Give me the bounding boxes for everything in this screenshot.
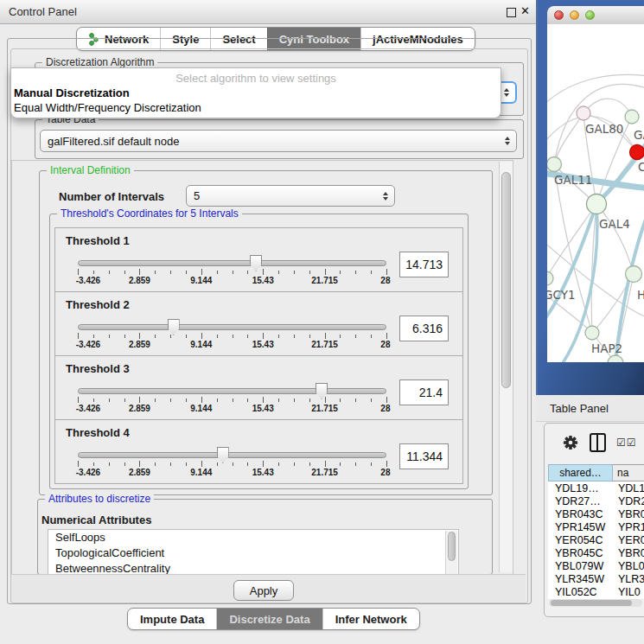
tick bbox=[201, 397, 202, 403]
cell-shared-name[interactable]: YBR043C bbox=[548, 508, 613, 520]
table-panel-title: Table Panel bbox=[550, 402, 609, 415]
cell-name[interactable]: YER0 bbox=[613, 534, 644, 546]
network-node-ga[interactable] bbox=[625, 110, 639, 124]
tab-infer-network[interactable]: Infer Network bbox=[322, 609, 419, 629]
cell-name[interactable]: YPR1 bbox=[613, 521, 644, 533]
table-row[interactable]: YPR145WYPR1 bbox=[548, 520, 644, 533]
vertical-scrollbar[interactable] bbox=[499, 162, 513, 572]
cell-shared-name[interactable]: YDL19… bbox=[548, 482, 613, 494]
network-edge-highlighted[interactable] bbox=[547, 204, 596, 322]
table-data-combobox[interactable]: galFiltered.sif default node bbox=[40, 130, 517, 152]
cell-name[interactable]: YBR0 bbox=[613, 547, 644, 559]
network-node-gal11[interactable] bbox=[547, 157, 562, 172]
cell-name[interactable]: YBR0 bbox=[613, 508, 644, 520]
tick bbox=[139, 333, 140, 339]
network-edge[interactable] bbox=[596, 204, 634, 274]
network-node-c[interactable] bbox=[630, 145, 644, 160]
table-panel-toolbar: ☑☑ bbox=[545, 424, 644, 462]
network-node-gal4[interactable] bbox=[587, 194, 607, 214]
gear-icon[interactable] bbox=[563, 435, 578, 450]
popup-item-manual-discretization[interactable]: Manual Discretization bbox=[14, 86, 130, 99]
tick bbox=[78, 397, 79, 403]
tab-impute-data[interactable]: Impute Data bbox=[128, 609, 216, 629]
threshold-slider-track[interactable] bbox=[78, 388, 386, 394]
network-node-gcy1[interactable] bbox=[547, 271, 553, 285]
table-row[interactable]: YLR345WYLR3 bbox=[548, 573, 644, 586]
tick bbox=[139, 269, 140, 275]
tick bbox=[78, 269, 79, 275]
network-node-label: C bbox=[638, 160, 644, 174]
thresholds-group-title: Threshold's Coordinates for 5 Intervals bbox=[57, 207, 242, 220]
horizontal-scrollbar[interactable] bbox=[549, 599, 642, 607]
tick bbox=[386, 269, 387, 275]
window-zoom-icon[interactable] bbox=[585, 10, 595, 20]
network-node-label: H bbox=[637, 288, 644, 302]
attributes-list-scrollbar[interactable] bbox=[445, 531, 457, 574]
tick bbox=[139, 397, 140, 403]
attributes-list[interactable]: SelfLoopsTopologicalCoefficientBetweenne… bbox=[48, 529, 459, 576]
tick bbox=[93, 335, 94, 338]
table-row[interactable]: YER054CYER0 bbox=[548, 533, 644, 546]
table-row[interactable]: YBR043CYBR0 bbox=[548, 507, 644, 520]
apply-button[interactable]: Apply bbox=[233, 580, 294, 601]
attribute-item-selfloops[interactable]: SelfLoops bbox=[48, 530, 458, 545]
network-window-titlebar[interactable] bbox=[547, 6, 644, 25]
threshold-slider-track[interactable] bbox=[78, 260, 386, 266]
table-row[interactable]: YBL079WYBL0 bbox=[548, 560, 644, 573]
table-row[interactable]: YDR27…YDR2 bbox=[548, 494, 644, 507]
cell-name[interactable]: YDR2 bbox=[613, 495, 644, 507]
popup-item-equal-width-frequency[interactable]: Equal Width/Frequency Discretization bbox=[14, 101, 201, 114]
float-icon[interactable] bbox=[507, 8, 516, 17]
cell-name[interactable]: YDL1 bbox=[613, 482, 644, 494]
window-close-icon[interactable] bbox=[554, 10, 564, 20]
slider-tick-labels: -3.4262.8599.14415.4321.71528 bbox=[78, 404, 386, 414]
threshold-label: Threshold 2 bbox=[66, 298, 130, 311]
tick-label: 21.715 bbox=[311, 276, 338, 285]
table-row[interactable]: YDL19…YDL1 bbox=[548, 481, 644, 494]
network-edge-highlighted[interactable] bbox=[615, 210, 644, 362]
table-row[interactable]: YBR045CYBR0 bbox=[548, 546, 644, 559]
network-canvas[interactable]: GAL80GACGAL11GAL4GCY1HHAP2 bbox=[547, 24, 644, 362]
tab-discretize-data[interactable]: Discretize Data bbox=[216, 609, 322, 629]
threshold-value-field[interactable]: 6.316 bbox=[399, 316, 449, 341]
threshold-slider-track[interactable] bbox=[78, 324, 386, 330]
column-header-2[interactable]: na bbox=[613, 464, 644, 481]
column-header-1[interactable]: shared… bbox=[548, 464, 613, 481]
cell-shared-name[interactable]: YBR045C bbox=[548, 547, 613, 559]
tick bbox=[217, 399, 218, 402]
tick bbox=[217, 271, 218, 274]
cell-shared-name[interactable]: YIL052C bbox=[548, 586, 613, 598]
tick bbox=[325, 461, 326, 467]
attribute-item-topologicalcoefficient[interactable]: TopologicalCoefficient bbox=[48, 545, 458, 561]
threshold-value-field[interactable]: 14.713 bbox=[399, 252, 449, 277]
tick bbox=[78, 333, 79, 339]
tick bbox=[278, 462, 279, 466]
cell-shared-name[interactable]: YDR27… bbox=[548, 495, 613, 507]
cell-shared-name[interactable]: YLR345W bbox=[548, 573, 613, 585]
cell-shared-name[interactable]: YER054C bbox=[548, 534, 613, 546]
close-icon[interactable]: ✕ bbox=[520, 4, 530, 17]
select-columns-checkbox-icons[interactable]: ☑☑ bbox=[616, 437, 637, 449]
window-minimize-icon[interactable] bbox=[570, 10, 579, 20]
cell-name[interactable]: YIL0 bbox=[613, 586, 644, 598]
tick bbox=[201, 333, 202, 339]
tick-label: 28 bbox=[380, 276, 390, 285]
attributes-list-scrollbar-thumb[interactable] bbox=[448, 532, 456, 561]
horizontal-scrollbar-thumb[interactable] bbox=[551, 600, 632, 606]
node-table[interactable]: shared…na YDL19…YDL1YDR27…YDR2YBR043CYBR… bbox=[548, 464, 644, 599]
network-node-h[interactable] bbox=[626, 266, 642, 283]
table-row[interactable]: YIL052CYIL0 bbox=[548, 586, 644, 599]
num-intervals-combobox[interactable]: 5 bbox=[186, 185, 395, 207]
cell-shared-name[interactable]: YBL079W bbox=[548, 560, 613, 572]
tick bbox=[217, 462, 218, 466]
network-node-hap2[interactable] bbox=[585, 326, 599, 340]
cell-shared-name[interactable]: YPR145W bbox=[548, 521, 613, 533]
cell-name[interactable]: YBL0 bbox=[613, 560, 644, 572]
network-node-gal80[interactable] bbox=[577, 106, 590, 120]
columns-icon[interactable] bbox=[590, 433, 606, 452]
vertical-scrollbar-thumb[interactable] bbox=[501, 172, 511, 388]
threshold-value-field[interactable]: 11.344 bbox=[399, 443, 449, 469]
threshold-slider-track[interactable] bbox=[78, 452, 386, 458]
threshold-value-field[interactable]: 21.4 bbox=[399, 379, 449, 405]
cell-name[interactable]: YLR3 bbox=[613, 573, 644, 585]
